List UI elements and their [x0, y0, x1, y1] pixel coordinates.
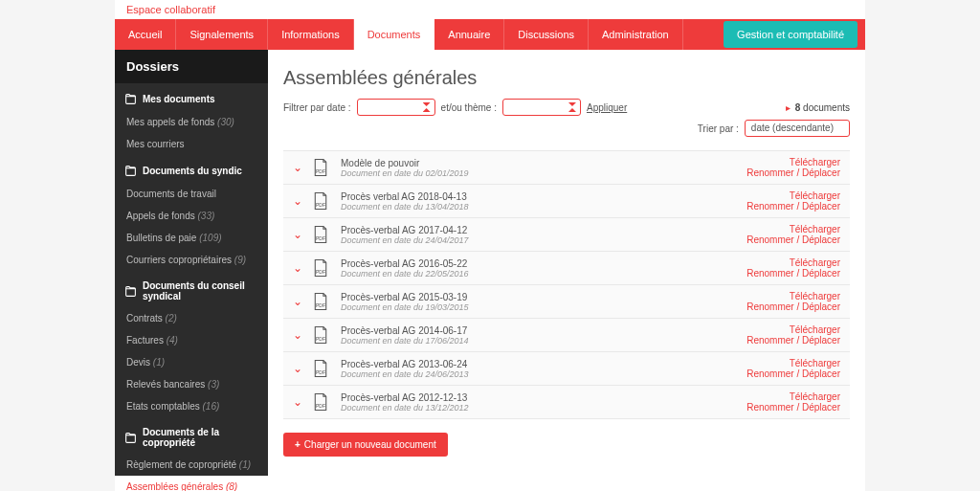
- sidebar-item[interactable]: Règlement de copropriété (1): [115, 454, 268, 476]
- svg-text:PDF: PDF: [316, 403, 325, 409]
- document-title: Procès-verbal AG 2016-05-22: [341, 258, 746, 269]
- sidebar-item[interactable]: Relevés bancaires (3): [115, 373, 268, 395]
- download-link[interactable]: Télécharger: [746, 190, 840, 201]
- sort-select[interactable]: date (descendante): [745, 120, 850, 137]
- document-title: Procès-verbal AG 2013-06-24: [341, 359, 746, 369]
- rename-move-link[interactable]: Renommer / Déplacer: [746, 234, 840, 245]
- document-title: Procès-verbal AG 2015-03-19: [341, 292, 746, 302]
- download-link[interactable]: Télécharger: [746, 224, 840, 234]
- sidebar-item[interactable]: Mes appels de fonds (30): [115, 111, 268, 133]
- expand-icon[interactable]: ⌄: [293, 261, 302, 275]
- svg-text:PDF: PDF: [316, 168, 325, 174]
- nav-gestion-comptabilite[interactable]: Gestion et comptabilité: [724, 21, 858, 48]
- download-link[interactable]: Télécharger: [746, 157, 840, 167]
- download-link[interactable]: Télécharger: [746, 324, 840, 335]
- document-date: Document en date du 22/05/2016: [341, 269, 746, 279]
- filter-theme-select[interactable]: [502, 99, 581, 116]
- main-content: Assemblées générales Filtrer par date : …: [268, 50, 865, 491]
- sidebar-item[interactable]: Documents de travail: [115, 183, 268, 205]
- chevron-right-icon: ▸: [786, 102, 791, 113]
- document-row: ⌄PDFProcès-verbal AG 2016-05-22Document …: [283, 252, 850, 285]
- sidebar-item[interactable]: Bulletins de paie (109): [115, 227, 268, 249]
- download-link[interactable]: Télécharger: [746, 391, 840, 402]
- rename-move-link[interactable]: Renommer / Déplacer: [746, 335, 840, 346]
- plus-icon: +: [295, 439, 301, 450]
- main-nav: AccueilSignalementsInformationsDocuments…: [115, 19, 865, 50]
- document-title: Procès verbal AG 2018-04-13: [341, 191, 746, 202]
- nav-discussions[interactable]: Discussions: [504, 19, 589, 50]
- page-title: Assemblées générales: [283, 67, 850, 89]
- document-title: Procès-verbal AG 2017-04-12: [341, 225, 746, 235]
- sidebar-section-header: Mes documents: [115, 83, 268, 111]
- workspace-label: Espace collaboratif: [115, 0, 865, 19]
- svg-text:PDF: PDF: [316, 336, 325, 342]
- sidebar-title: Dossiers: [115, 50, 268, 83]
- expand-icon[interactable]: ⌄: [293, 395, 302, 409]
- sidebar-item[interactable]: Devis (1): [115, 351, 268, 373]
- sidebar: Dossiers Mes documentsMes appels de fond…: [115, 50, 268, 491]
- expand-icon[interactable]: ⌄: [293, 295, 302, 308]
- document-row: ⌄PDFModèle de pouvoirDocument en date du…: [283, 151, 850, 185]
- expand-icon[interactable]: ⌄: [293, 194, 302, 208]
- sidebar-section-header: Documents du conseil syndical: [115, 271, 268, 307]
- upload-document-button[interactable]: +Charger un nouveau document: [283, 433, 448, 457]
- filter-date-label: Filtrer par date :: [283, 102, 351, 113]
- expand-icon[interactable]: ⌄: [293, 328, 302, 342]
- document-title: Procès-verbal AG 2014-06-17: [341, 325, 746, 336]
- document-date: Document en date du 13/04/2018: [341, 202, 746, 212]
- rename-move-link[interactable]: Renommer / Déplacer: [746, 167, 840, 178]
- sidebar-section-header: Documents de la copropriété: [115, 417, 268, 454]
- doc-count: ▸ 8 documents: [786, 102, 850, 113]
- expand-icon[interactable]: ⌄: [293, 228, 302, 241]
- document-row: ⌄PDFProcès verbal AG 2018-04-13Document …: [283, 185, 850, 218]
- svg-text:PDF: PDF: [316, 202, 325, 208]
- sidebar-section-header: Documents du syndic: [115, 155, 268, 183]
- document-title: Modèle de pouvoir: [341, 158, 746, 168]
- document-date: Document en date du 02/01/2019: [341, 168, 746, 178]
- rename-move-link[interactable]: Renommer / Déplacer: [746, 368, 840, 379]
- sidebar-item[interactable]: Etats comptables (16): [115, 395, 268, 417]
- document-date: Document en date du 17/06/2014: [341, 336, 746, 346]
- sidebar-item[interactable]: Mes courriers: [115, 133, 268, 155]
- svg-text:PDF: PDF: [316, 269, 325, 275]
- document-row: ⌄PDFProcès-verbal AG 2017-04-12Document …: [283, 218, 850, 252]
- sidebar-item[interactable]: Factures (4): [115, 329, 268, 351]
- svg-text:PDF: PDF: [316, 369, 325, 375]
- nav-accueil[interactable]: Accueil: [115, 19, 176, 50]
- nav-administration[interactable]: Administration: [589, 19, 683, 50]
- filter-apply-link[interactable]: Appliquer: [587, 102, 627, 113]
- sidebar-item[interactable]: Appels de fonds (33): [115, 205, 268, 227]
- expand-icon[interactable]: ⌄: [293, 161, 302, 174]
- download-link[interactable]: Télécharger: [746, 257, 840, 268]
- sort-label: Trier par :: [698, 123, 739, 134]
- document-date: Document en date du 19/03/2015: [341, 302, 746, 312]
- document-row: ⌄PDFProcès-verbal AG 2013-06-24Document …: [283, 352, 850, 386]
- document-title: Procès-verbal AG 2012-12-13: [341, 392, 746, 403]
- sidebar-item[interactable]: Assemblées générales (8): [115, 476, 268, 491]
- nav-informations[interactable]: Informations: [268, 19, 354, 50]
- document-list: ⌄PDFModèle de pouvoirDocument en date du…: [283, 150, 850, 419]
- rename-move-link[interactable]: Renommer / Déplacer: [746, 402, 840, 413]
- document-row: ⌄PDFProcès-verbal AG 2012-12-13Document …: [283, 386, 850, 419]
- document-row: ⌄PDFProcès-verbal AG 2014-06-17Document …: [283, 319, 850, 352]
- filter-date-select[interactable]: [357, 99, 435, 116]
- document-row: ⌄PDFProcès-verbal AG 2015-03-19Document …: [283, 285, 850, 319]
- document-date: Document en date du 24/04/2017: [341, 235, 746, 245]
- nav-signalements[interactable]: Signalements: [176, 19, 268, 50]
- filter-theme-label: et/ou thème :: [441, 102, 497, 113]
- rename-move-link[interactable]: Renommer / Déplacer: [746, 268, 840, 279]
- expand-icon[interactable]: ⌄: [293, 362, 302, 375]
- download-link[interactable]: Télécharger: [746, 358, 840, 368]
- document-date: Document en date du 13/12/2012: [341, 403, 746, 413]
- download-link[interactable]: Télécharger: [746, 291, 840, 301]
- svg-text:PDF: PDF: [316, 302, 325, 308]
- rename-move-link[interactable]: Renommer / Déplacer: [746, 301, 840, 312]
- sidebar-item[interactable]: Contrats (2): [115, 307, 268, 329]
- rename-move-link[interactable]: Renommer / Déplacer: [746, 201, 840, 212]
- sidebar-item[interactable]: Courriers copropriétaires (9): [115, 249, 268, 271]
- nav-documents[interactable]: Documents: [354, 19, 435, 50]
- document-date: Document en date du 24/06/2013: [341, 369, 746, 379]
- svg-text:PDF: PDF: [316, 235, 325, 241]
- nav-annuaire[interactable]: Annuaire: [434, 19, 504, 50]
